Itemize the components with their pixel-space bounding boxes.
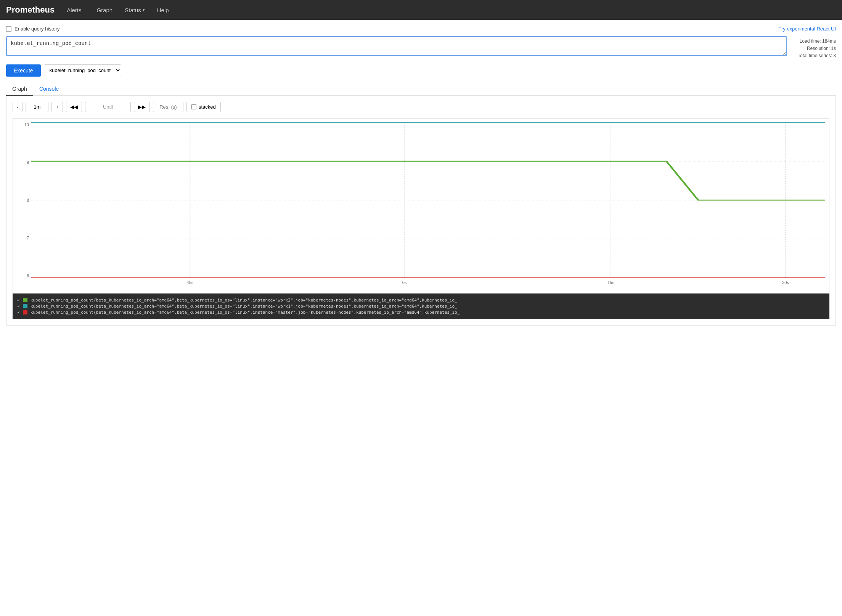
resolution-input[interactable]: [153, 102, 183, 112]
info-panel: Load time: 184ms Resolution: 1s Total ti…: [798, 36, 836, 60]
y-label-8: 8: [27, 198, 29, 202]
legend-text-1: kubelet_running_pod_count{beta_kubernete…: [31, 304, 457, 309]
rewind-button[interactable]: ◀◀: [66, 102, 82, 112]
navbar-link-graph[interactable]: Graph: [94, 5, 116, 15]
y-label-9: 9: [27, 160, 29, 165]
react-ui-link[interactable]: Try experimental React UI: [778, 26, 836, 32]
resolution: Resolution: 1s: [798, 45, 836, 52]
stacked-button[interactable]: stacked: [186, 102, 221, 112]
x-label-30s: 30s: [782, 280, 789, 285]
chart-svg: [31, 122, 825, 278]
y-axis: 10 9 8 7 6: [13, 122, 31, 278]
legend-item-0[interactable]: ✓ kubelet_running_pod_count{beta_kuberne…: [17, 298, 825, 303]
x-label-45s: 45s: [187, 280, 194, 285]
legend-check-2: ✓: [17, 310, 20, 315]
stacked-checkbox: [191, 104, 196, 109]
navbar-link-status: Status: [125, 7, 141, 13]
legend-text-2: kubelet_running_pod_count{beta_kubernete…: [31, 310, 460, 315]
legend-check-0: ✓: [17, 298, 20, 303]
graph-controls: - + ◀◀ ▶▶ stacked: [13, 102, 829, 112]
tab-console[interactable]: Console: [33, 83, 65, 96]
range-plus-button[interactable]: +: [51, 102, 63, 112]
legend-color-1: [23, 304, 27, 308]
chart-area: [31, 122, 825, 278]
legend-text-0: kubelet_running_pod_count{beta_kubernete…: [31, 298, 457, 303]
status-dropdown-arrow: ▾: [143, 8, 145, 13]
legend: ✓ kubelet_running_pod_count{beta_kuberne…: [13, 294, 829, 319]
legend-color-0: [23, 298, 27, 302]
y-label-7: 7: [27, 236, 29, 240]
legend-item-1[interactable]: ✓ kubelet_running_pod_count{beta_kuberne…: [17, 304, 825, 309]
navbar-link-alerts[interactable]: Alerts: [64, 5, 84, 15]
main-content: Enable query history Try experimental Re…: [0, 20, 842, 616]
query-input[interactable]: [6, 36, 787, 56]
time-range-input[interactable]: [26, 102, 48, 112]
until-input[interactable]: [85, 102, 131, 112]
forward-button[interactable]: ▶▶: [134, 102, 150, 112]
x-axis: 45s 0s 15s 30s: [31, 278, 825, 293]
execute-button[interactable]: Execute: [6, 64, 41, 77]
query-history-checkbox[interactable]: [6, 26, 11, 32]
range-minus-button[interactable]: -: [13, 102, 22, 112]
tabs: Graph Console: [6, 83, 836, 96]
total-series: Total time series: 3: [798, 52, 836, 59]
x-label-15s: 15s: [607, 280, 614, 285]
legend-item-2[interactable]: ✓ kubelet_running_pod_count{beta_kuberne…: [17, 310, 825, 315]
execute-row: Execute kubelet_running_pod_count: [6, 64, 836, 77]
top-bar: Enable query history Try experimental Re…: [6, 26, 836, 32]
navbar-link-help[interactable]: Help: [154, 5, 172, 15]
series-green: [31, 161, 825, 200]
metric-select[interactable]: kubelet_running_pod_count: [44, 64, 121, 76]
navbar: Prometheus Alerts Graph Status ▾ Help: [0, 0, 842, 20]
load-time: Load time: 184ms: [798, 38, 836, 45]
x-label-0s: 0s: [402, 280, 407, 285]
y-label-10: 10: [24, 122, 29, 127]
query-history-label[interactable]: Enable query history: [6, 26, 60, 32]
navbar-status-dropdown[interactable]: Status ▾: [125, 7, 145, 13]
graph-panel: - + ◀◀ ▶▶ stacked 10 9 8 7 6: [6, 96, 836, 326]
query-history-text: Enable query history: [14, 26, 60, 32]
y-label-6: 6: [27, 273, 29, 278]
navbar-brand[interactable]: Prometheus: [6, 5, 55, 15]
legend-color-2: [23, 310, 27, 314]
stacked-label: stacked: [199, 104, 216, 110]
chart-container: 10 9 8 7 6: [13, 118, 829, 294]
tab-graph[interactable]: Graph: [6, 83, 33, 96]
legend-check-1: ✓: [17, 304, 20, 309]
